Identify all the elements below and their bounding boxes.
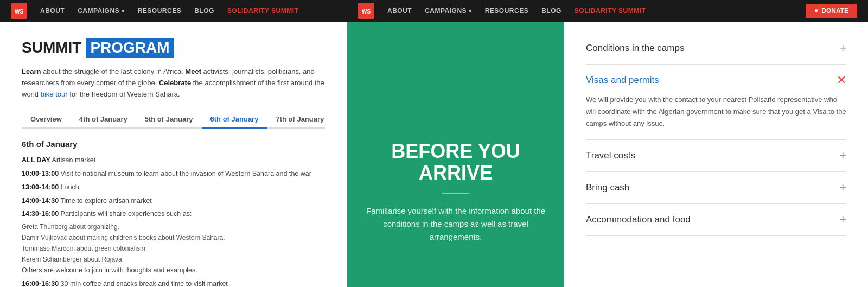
tab-4th[interactable]: 4th of January xyxy=(71,111,136,129)
schedule-item: 14:00-14:30 Time to explore artisan mark… xyxy=(22,196,326,206)
tab-6th[interactable]: 6th of January xyxy=(202,111,267,129)
title-summit: SUMMIT xyxy=(22,39,81,56)
accordion-accommodation-header[interactable]: Accommodation and food + xyxy=(586,214,846,226)
svg-text:WS: WS xyxy=(15,9,23,15)
sub-item: Damir Vujkovac about making children's b… xyxy=(22,233,326,243)
schedule-tabs: Overview 4th of January 5th of January 6… xyxy=(22,111,326,129)
accordion-cash: Bring cash + xyxy=(586,172,846,204)
schedule-item: 14:30-16:00 Participants will share expe… xyxy=(22,209,326,219)
nav-resources-right[interactable]: RESOURCES xyxy=(485,7,529,15)
left-navbar: WS ABOUT CAMPAIGNS ▾ RESOURCES BLOG SOLI… xyxy=(0,0,347,22)
intro-paragraph: Learn about the struggle of the last col… xyxy=(22,66,326,100)
accordion-accommodation-title: Accommodation and food xyxy=(586,214,691,225)
svg-text:WS: WS xyxy=(362,9,371,15)
accordion-cash-header[interactable]: Bring cash + xyxy=(586,182,846,194)
nav-campaigns-right[interactable]: CAMPAIGNS ▾ xyxy=(425,7,471,15)
left-logo[interactable]: WS xyxy=(11,3,27,19)
schedule-item: 16:00-16:30 30 min coffee and snacks bre… xyxy=(22,279,326,287)
chevron-down-icon: ▾ xyxy=(122,8,125,14)
accordion-travel-title: Travel costs xyxy=(586,150,635,161)
accordion-cash-title: Bring cash xyxy=(586,182,629,193)
donate-button[interactable]: ♥ DONATE xyxy=(806,4,857,18)
accordion-travel-icon: + xyxy=(839,150,846,162)
nav-blog-left[interactable]: BLOG xyxy=(194,7,214,15)
schedule-item: Others are welcome to join in with thoug… xyxy=(22,265,326,276)
nav-about-right[interactable]: ABOUT xyxy=(387,7,412,15)
left-content: SUMMIT PROGRAM Learn about the struggle … xyxy=(0,22,347,287)
nav-campaigns-left[interactable]: CAMPAIGNS ▾ xyxy=(78,7,124,15)
accordion-visas-header[interactable]: Visas and permits ✕ xyxy=(586,74,846,86)
right-logo[interactable]: WS xyxy=(358,3,374,19)
schedule-item: 10:00-13:00 Visit to national museum to … xyxy=(22,169,326,179)
schedule-date: 6th of January xyxy=(22,139,326,149)
right-navbar: WS ABOUT CAMPAIGNS ▾ RESOURCES BLOG SOLI… xyxy=(347,0,868,22)
heart-icon: ♥ xyxy=(814,7,818,15)
middle-divider xyxy=(442,193,469,194)
page-title: SUMMIT PROGRAM xyxy=(22,38,326,58)
accordion-conditions-header[interactable]: Conditions in the camps + xyxy=(586,42,846,54)
tab-5th[interactable]: 5th of January xyxy=(136,111,202,129)
sub-item: Tommaso Marconi about green colonialism xyxy=(22,244,326,253)
middle-panel: BEFORE YOU ARRIVE Familiarise yourself w… xyxy=(347,22,564,287)
nav-solidarity-right[interactable]: SOLIDARITY SUMMIT xyxy=(575,7,646,15)
accordion-visas-title: Visas and permits xyxy=(586,75,659,86)
nav-resources-left[interactable]: RESOURCES xyxy=(138,7,182,15)
right-panel: Conditions in the camps + Visas and perm… xyxy=(564,22,868,287)
sub-item: Kerem Schamberger about Rojava xyxy=(22,255,326,264)
accordion-accommodation-icon: + xyxy=(839,214,846,226)
middle-subtext: Familiarise yourself with the informatio… xyxy=(363,205,548,244)
schedule-item: 13:00-14:00 Lunch xyxy=(22,182,326,193)
nav-solidarity-left[interactable]: SOLIDARITY SUMMIT xyxy=(227,7,299,15)
accordion-visas: Visas and permits ✕ We will provide you … xyxy=(586,65,846,140)
accordion-visas-icon: ✕ xyxy=(837,74,846,86)
tab-overview[interactable]: Overview xyxy=(22,111,71,129)
title-program: PROGRAM xyxy=(86,38,174,58)
accordion-conditions-title: Conditions in the camps xyxy=(586,43,684,54)
nav-about-left[interactable]: ABOUT xyxy=(40,7,65,15)
middle-heading: BEFORE YOU ARRIVE xyxy=(391,141,520,183)
accordion-cash-icon: + xyxy=(839,182,846,194)
bike-tour-link[interactable]: bike tour xyxy=(41,90,68,98)
accordion-visas-body: We will provide you with the contact to … xyxy=(586,94,846,130)
chevron-down-icon: ▾ xyxy=(469,8,472,14)
accordion-accommodation: Accommodation and food + xyxy=(586,204,846,236)
schedule-item: ALL DAY Artisan market xyxy=(22,155,326,165)
tab-7th[interactable]: 7th of January xyxy=(267,111,333,129)
accordion-travel-header[interactable]: Travel costs + xyxy=(586,150,846,162)
accordion-conditions: Conditions in the camps + xyxy=(586,33,846,65)
schedule-list: ALL DAY Artisan market 10:00-13:00 Visit… xyxy=(22,155,326,287)
accordion-travel: Travel costs + xyxy=(586,140,846,172)
accordion-conditions-icon: + xyxy=(839,42,846,54)
sub-item: Greta Thunberg about organizing, xyxy=(22,222,326,232)
nav-blog-right[interactable]: BLOG xyxy=(541,7,561,15)
